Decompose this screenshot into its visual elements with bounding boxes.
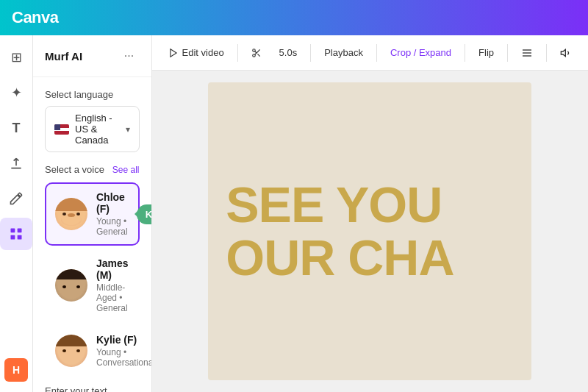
language-select-dropdown[interactable]: English - US & Canada ▾: [45, 106, 140, 152]
voice-meta-kylie: Young • Conversational: [96, 347, 151, 368]
voice-info-kylie: Kylie (F) Young • Conversational: [96, 334, 151, 368]
voice-card-chloe[interactable]: Chloe (F) Young • General Kollins: [45, 182, 140, 246]
avatar-chloe: [55, 198, 87, 230]
slide-text-line2: OUR CHA: [226, 232, 453, 284]
sidebar-item-upload[interactable]: [0, 147, 32, 179]
volume-icon[interactable]: [553, 43, 579, 63]
sidebar-item-elements[interactable]: ✦: [0, 76, 32, 109]
toolbar-divider-4: [465, 44, 465, 62]
svg-line-8: [257, 54, 259, 56]
panel-menu-button[interactable]: ···: [119, 46, 140, 66]
canvas-toolbar: Edit video 5.0s Playback Crop / Expand F…: [152, 35, 588, 71]
svg-marker-13: [561, 49, 565, 56]
murf-ai-panel: Murf AI ··· Select language English - US…: [33, 35, 152, 392]
svg-point-5: [252, 49, 255, 51]
toolbar-divider-6: [546, 44, 547, 62]
toolbar-divider-5: [507, 44, 508, 62]
edit-video-button[interactable]: Edit video: [161, 43, 232, 63]
toolbar-divider-3: [376, 44, 377, 62]
language-select-left: English - US & Canada: [54, 113, 126, 146]
top-bar: Canva: [0, 0, 588, 35]
sidebar-item-apps[interactable]: [0, 218, 32, 250]
voice-name-chloe: Chloe (F): [96, 191, 128, 215]
panel-content: Select language English - US & Canada ▾ …: [33, 77, 151, 392]
playback-button[interactable]: Playback: [317, 43, 370, 63]
panel-title: Murf AI: [45, 50, 82, 63]
text-input-section: Enter your text See you on our channel! …: [45, 385, 140, 392]
align-icon[interactable]: [514, 43, 540, 63]
toolbar-divider-2: [310, 44, 311, 62]
brand-icon: H: [4, 358, 28, 382]
voice-info-james: James (M) Middle-Aged • General: [96, 257, 129, 313]
flag-icon: [54, 124, 69, 135]
svg-line-9: [254, 51, 256, 52]
icon-sidebar: ⊞ ✦ T H: [0, 35, 33, 392]
sidebar-item-brand[interactable]: H: [0, 354, 32, 386]
svg-point-6: [252, 54, 255, 57]
voice-meta-chloe: Young • General: [96, 216, 128, 237]
scissors-icon[interactable]: [244, 43, 269, 63]
toolbar-divider-1: [237, 44, 238, 62]
svg-rect-1: [18, 229, 22, 233]
voice-section-header: Select a voice See all: [45, 164, 140, 175]
canvas-area: Edit video 5.0s Playback Crop / Expand F…: [152, 35, 588, 392]
svg-rect-0: [11, 229, 15, 233]
svg-rect-3: [18, 235, 22, 240]
language-section-label: Select language: [45, 89, 140, 100]
text-input-label: Enter your text: [45, 385, 140, 392]
voice-card-kylie[interactable]: Kylie (F) Young • Conversational: [45, 325, 140, 377]
voice-card-james[interactable]: James (M) Middle-Aged • General: [45, 249, 140, 322]
edit-video-label: Edit video: [182, 47, 224, 58]
voice-tooltip-kollins: Kollins: [137, 204, 151, 224]
language-selected-value: English - US & Canada: [75, 113, 126, 146]
sidebar-item-text[interactable]: T: [0, 112, 32, 144]
see-all-link[interactable]: See all: [112, 165, 140, 175]
voice-name-james: James (M): [96, 257, 129, 281]
voice-meta-james: Middle-Aged • General: [96, 282, 129, 313]
avatar-james: [55, 269, 87, 302]
panel-header: Murf AI ···: [33, 35, 151, 77]
flip-button[interactable]: Flip: [471, 43, 501, 63]
canvas-content: SEE YOU OUR CHA: [152, 71, 588, 392]
svg-marker-4: [170, 49, 176, 57]
avatar-kylie: [55, 335, 87, 367]
main-layout: ⊞ ✦ T H Murf AI ··· Select language E: [0, 35, 588, 392]
svg-rect-2: [11, 235, 15, 240]
chevron-down-icon: ▾: [126, 124, 130, 135]
voice-section-label: Select a voice: [45, 164, 104, 175]
voice-info-chloe: Chloe (F) Young • General: [96, 191, 128, 237]
voice-name-kylie: Kylie (F): [96, 334, 151, 346]
canvas-slide: SEE YOU OUR CHA: [208, 82, 531, 380]
sidebar-item-grid[interactable]: ⊞: [0, 41, 32, 74]
sidebar-item-draw[interactable]: [0, 182, 32, 215]
crop-expand-button[interactable]: Crop / Expand: [383, 43, 459, 63]
duration-label[interactable]: 5.0s: [272, 43, 305, 63]
canva-logo: Canva: [12, 8, 59, 27]
slide-text-line1: SEE YOU: [226, 179, 442, 231]
